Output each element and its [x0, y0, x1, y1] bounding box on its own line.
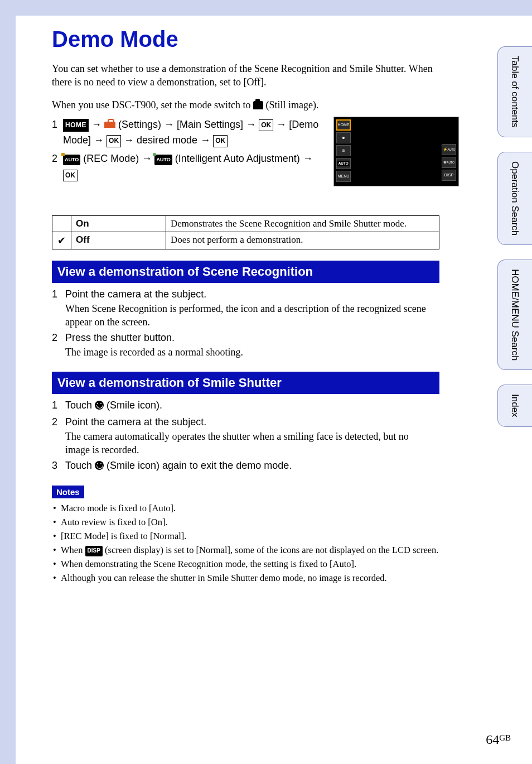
- camera-icon: [253, 101, 263, 109]
- ok-box: OK: [213, 135, 228, 147]
- lcd-disp-icon: DISP: [442, 170, 456, 181]
- intro-text: You can set whether to use a demonstrati…: [52, 62, 439, 89]
- ok-box: OK: [259, 119, 273, 131]
- note-item: Macro mode is fixed to [Auto].: [52, 502, 439, 515]
- scene-steps-list: 1Point the camera at the subject.When Sc…: [52, 289, 439, 359]
- option-off-desc: Does not perform a demonstration.: [166, 232, 439, 249]
- lcd-flash-icon: ⚡AUTO: [442, 144, 456, 155]
- section-smile-shutter: View a demonstration of Smile Shutter: [52, 372, 439, 394]
- mode-table: On Demonstrates the Scene Recognition an…: [52, 215, 439, 249]
- lcd-preview: HOME ☻ ⊘ AUTO MENU ⚡AUTO ❀AUTO DISP: [333, 117, 459, 186]
- settings-icon: [104, 121, 115, 128]
- tab-home-menu-search[interactable]: HOME/MENU Search: [497, 260, 532, 370]
- ok-box: OK: [107, 135, 121, 147]
- home-badge: HOME: [63, 119, 89, 132]
- lcd-home-icon: HOME: [336, 119, 351, 131]
- note-item: Auto review is fixed to [On].: [52, 516, 439, 529]
- lcd-menu-icon: MENU: [336, 171, 351, 182]
- check-icon: ✔: [52, 232, 71, 249]
- lcd-iauto-icon: AUTO: [336, 158, 351, 169]
- list-item: 3Touch (Smile icon) again to exit the de…: [52, 460, 439, 473]
- navigation-steps: 1 HOME → (Settings) → [Main Settings] → …: [52, 117, 325, 183]
- note-item: Although you can release the shutter in …: [52, 571, 439, 585]
- note-item: When demonstrating the Scene Recognition…: [52, 558, 439, 571]
- lcd-smile-icon: ☻: [336, 132, 351, 143]
- lcd-macro-icon: ❀AUTO: [442, 157, 456, 168]
- ok-box: OK: [63, 170, 78, 181]
- step1-body: HOME → (Settings) → [Main Settings] → OK…: [63, 117, 325, 149]
- tab-index[interactable]: Index: [497, 385, 532, 427]
- note-item: [REC Mode] is fixed to [Normal].: [52, 530, 439, 543]
- side-nav-tabs: Table of contents Operation Search HOME/…: [497, 46, 532, 427]
- list-item: 2Press the shutter button.The image is r…: [52, 332, 439, 359]
- intro2-post: (Still image).: [263, 99, 318, 110]
- option-off: Off: [71, 232, 166, 249]
- option-on: On: [71, 215, 166, 232]
- tab-table-of-contents[interactable]: Table of contents: [497, 46, 532, 137]
- table-row: ✔ Off Does not perform a demonstration.: [52, 232, 439, 249]
- note-item: When DISP (screen display) is set to [No…: [52, 544, 439, 557]
- notes-heading: Notes: [52, 486, 84, 498]
- option-on-desc: Demonstrates the Scene Recognition and S…: [166, 215, 439, 232]
- lcd-off-icon: ⊘: [336, 145, 351, 156]
- smile-icon: [95, 401, 104, 410]
- intro2-pre: When you use DSC-T900, set the mode swit…: [52, 99, 253, 110]
- iauto-icon: AUTO: [154, 155, 172, 165]
- table-row: On Demonstrates the Scene Recognition an…: [52, 215, 439, 232]
- smile-icon: [95, 461, 104, 470]
- step-number: 1: [52, 117, 63, 149]
- notes-list: Macro mode is fixed to [Auto]. Auto revi…: [52, 502, 439, 585]
- smile-steps-list: 1Touch (Smile icon). 2Point the camera a…: [52, 400, 439, 474]
- list-item: 1Point the camera at the subject.When Sc…: [52, 289, 439, 329]
- list-item: 2Point the camera at the subject.The cam…: [52, 416, 439, 457]
- step2-body: AUTO (REC Mode) → AUTO (Intelligent Auto…: [63, 151, 325, 183]
- intro2-text: When you use DSC-T900, set the mode swit…: [52, 99, 439, 111]
- section-scene-recognition: View a demonstration of Scene Recognitio…: [52, 261, 439, 283]
- list-item: 1Touch (Smile icon).: [52, 400, 439, 413]
- disp-badge: DISP: [85, 546, 103, 556]
- iauto-icon: AUTO: [63, 155, 80, 165]
- tab-operation-search[interactable]: Operation Search: [497, 152, 532, 245]
- page-number: 64GB: [486, 732, 511, 747]
- page-title: Demo Mode: [52, 27, 439, 52]
